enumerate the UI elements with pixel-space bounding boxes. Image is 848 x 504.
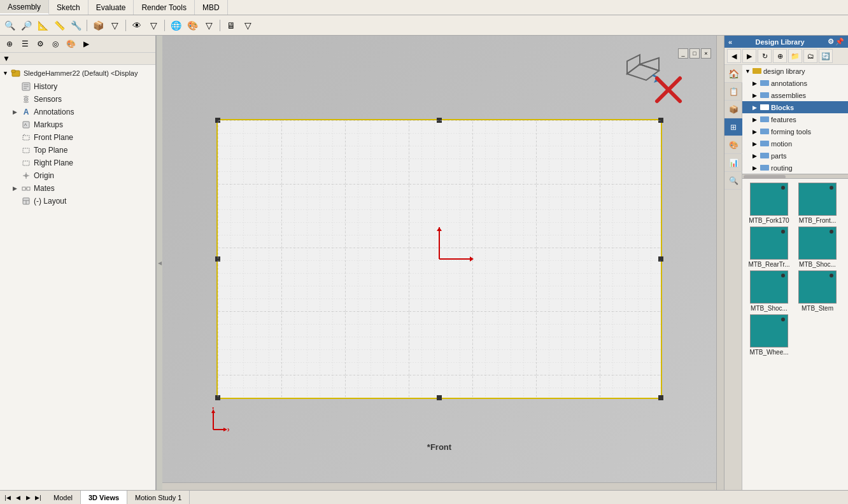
tab-motion-study[interactable]: Motion Study 1 <box>127 491 190 504</box>
nav-prev[interactable]: ◀ <box>13 493 23 503</box>
side-icon-3[interactable]: 📦 <box>724 101 742 118</box>
layout-label: (-) Layout <box>34 197 66 206</box>
toolbar-icon-14[interactable]: ▽ <box>241 18 255 32</box>
menu-tab-sketch[interactable]: Sketch <box>49 0 88 15</box>
menu-tab-evaluate[interactable]: Evaluate <box>88 0 134 15</box>
tree-root-item[interactable]: ▼ SledgeHammer22 (Default) <Display <box>0 66 155 80</box>
side-icon-2[interactable]: 📋 <box>724 83 742 101</box>
toolbar-icon-5[interactable]: 🔧 <box>69 18 83 32</box>
side-icon-6[interactable]: 📊 <box>724 154 742 172</box>
viewport[interactable]: _ □ × <box>162 36 716 490</box>
close-button[interactable]: × <box>701 48 711 59</box>
tree-item-frontplane[interactable]: Front Plane <box>0 131 155 144</box>
more-icon[interactable]: ▶ <box>79 37 93 51</box>
toolbar-icon-6[interactable]: 📦 <box>91 18 105 32</box>
refresh2-button[interactable]: 🔄 <box>819 49 833 63</box>
thumbnail-mtb-stem[interactable]: MTB_Stem <box>795 270 840 312</box>
forming-tools-label: forming tools <box>771 128 811 136</box>
settings-icon[interactable]: ⚙ <box>828 38 834 46</box>
menu-tab-render[interactable]: Render Tools <box>134 0 195 15</box>
nav-next[interactable]: ▶ <box>23 493 33 503</box>
thumbnail-mtb-front[interactable]: MTB_Front... <box>795 183 840 224</box>
tree-item-annotations[interactable]: ▶ A Annotations <box>0 106 155 118</box>
restore-button[interactable]: □ <box>689 48 700 59</box>
tree-item-history[interactable]: History <box>0 80 155 93</box>
scrollbar-vertical[interactable] <box>716 36 724 490</box>
scrollbar-horizontal[interactable] <box>162 482 716 490</box>
thumbnail-mtb-shoc2[interactable]: MTB_Shoc... <box>746 270 792 312</box>
bottom-bar: |◀ ◀ ▶ ▶| Model 3D Views Motion Study 1 <box>0 490 848 504</box>
tree-item-blocks[interactable]: ▶ Blocks <box>742 101 848 113</box>
thumbnail-mtb-fork[interactable]: MTB_Fork170 <box>746 183 792 224</box>
toolbar-icon-4[interactable]: 📏 <box>52 18 66 32</box>
tree-item-assemblies[interactable]: ▶ assemblies <box>742 89 848 101</box>
history-icon <box>20 81 32 92</box>
property-icon[interactable]: ☰ <box>18 37 32 51</box>
tree-item-topplane[interactable]: Top Plane <box>0 144 155 157</box>
toolbar-icon-9[interactable]: ▽ <box>146 18 160 32</box>
tree-item-forming-tools[interactable]: ▶ forming tools <box>742 125 848 137</box>
drawing-area[interactable] <box>216 119 662 399</box>
create-folder-button[interactable]: 📁 <box>788 49 802 63</box>
menu-tab-assembly[interactable]: Assembly <box>0 0 49 15</box>
history-label: History <box>34 82 57 91</box>
expand-parts: ▶ <box>753 153 760 159</box>
nav-first[interactable]: |◀ <box>3 493 13 503</box>
right-side-iconbar: 🏠 📋 📦 ⊞ 🎨 📊 🔍 <box>724 65 742 490</box>
side-icon-home[interactable]: 🏠 <box>724 65 742 83</box>
toolbar-icon-11[interactable]: 🎨 <box>185 18 199 32</box>
viewport-inner[interactable]: _ □ × <box>162 36 716 482</box>
nav-last[interactable]: ▶| <box>33 493 43 503</box>
side-icon-5[interactable]: 🎨 <box>724 136 742 154</box>
chevron-left-icon[interactable]: « <box>728 38 732 46</box>
toolbar-icon-8[interactable]: 👁 <box>130 18 144 32</box>
tab-model[interactable]: Model <box>46 491 81 504</box>
left-panel-collapse-handle[interactable]: ◀ <box>156 36 162 490</box>
minimize-button[interactable]: _ <box>678 48 688 59</box>
tree-item-annotations-lib[interactable]: ▶ annotations <box>742 77 848 89</box>
tree-item-layout[interactable]: (-) Layout <box>0 195 155 207</box>
toolbar-icon-3[interactable]: 📐 <box>36 18 50 32</box>
dm-icon[interactable]: ◎ <box>48 37 62 51</box>
window-controls: _ □ × <box>678 48 711 59</box>
feature-icon[interactable]: ⊕ <box>3 37 17 51</box>
toolbar-icon-10[interactable]: 🌐 <box>169 18 183 32</box>
tree-item-mates[interactable]: ▶ Mates <box>0 182 155 195</box>
toolbar-icon-7[interactable]: ▽ <box>108 18 122 32</box>
toolbar-icon-13[interactable]: 🖥 <box>224 18 238 32</box>
tree-item-design-library[interactable]: ▼ design library <box>742 65 848 77</box>
forward-button[interactable]: ▶ <box>742 49 756 63</box>
close-viewport-button[interactable] <box>653 74 684 106</box>
tree-item-features-lib[interactable]: ▶ features <box>742 113 848 125</box>
thumbnail-mtb-whee[interactable]: MTB_Whee... <box>746 314 792 356</box>
tree-item-markups[interactable]: Markups <box>0 118 155 131</box>
tree-item-rightplane[interactable]: Right Plane <box>0 157 155 169</box>
thumbnail-mtb-reartr[interactable]: MTB_RearTr... <box>746 227 792 268</box>
filter-icon[interactable]: ▼ <box>3 54 10 63</box>
refresh-button[interactable]: ↻ <box>758 49 772 63</box>
tab-3d-views[interactable]: 3D Views <box>81 491 127 504</box>
pin-icon[interactable]: 📌 <box>835 38 844 46</box>
toolbar-icon-12[interactable]: ▽ <box>202 18 216 32</box>
tree-item-motion[interactable]: ▶ motion <box>742 137 848 150</box>
add-to-lib-button[interactable]: ⊕ <box>773 49 787 63</box>
frontplane-label: Front Plane <box>34 133 73 142</box>
side-icon-4[interactable]: ⊞ <box>724 118 742 136</box>
render-icon[interactable]: 🎨 <box>64 37 78 51</box>
toolbar-icon-2[interactable]: 🔎 <box>19 18 33 32</box>
tree-item-origin[interactable]: Origin <box>0 169 155 182</box>
config-icon[interactable]: ⚙ <box>33 37 47 51</box>
file-explorer-button[interactable]: 🗂 <box>803 49 817 63</box>
tree-scrollbar[interactable] <box>742 174 848 179</box>
sensors-icon <box>20 94 32 105</box>
side-icon-7[interactable]: 🔍 <box>724 172 742 190</box>
tree-item-routing[interactable]: ▶ routing <box>742 162 848 174</box>
back-button[interactable]: ◀ <box>727 49 741 63</box>
tree-item-parts-lib[interactable]: ▶ parts <box>742 150 848 162</box>
thumbnail-mtb-shoc1[interactable]: MTB_Shoc... <box>795 227 840 268</box>
tree-item-sensors[interactable]: Sensors <box>0 93 155 106</box>
frontplane-icon <box>20 132 32 143</box>
toolbar-icon-1[interactable]: 🔍 <box>3 18 17 32</box>
menu-tab-mbd[interactable]: MBD <box>195 0 228 15</box>
layout-icon <box>20 195 32 207</box>
